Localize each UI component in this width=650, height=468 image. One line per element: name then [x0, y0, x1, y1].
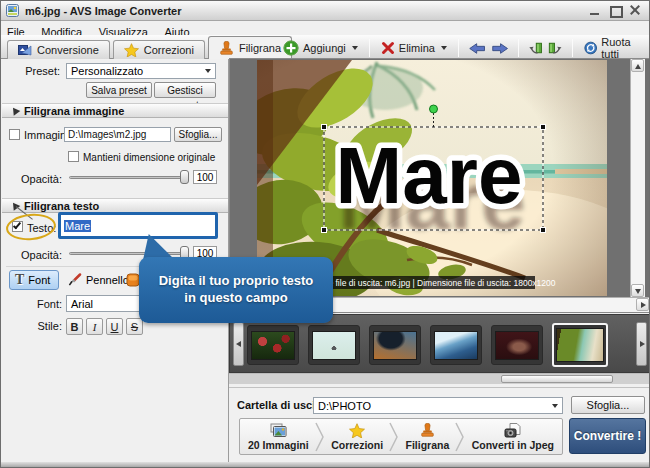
- strip-scrollbar[interactable]: [229, 373, 650, 384]
- window-title: m6.jpg - AVS Image Converter: [25, 1, 181, 21]
- app-window: m6.jpg - AVS Image Converter File Modifi…: [0, 0, 650, 468]
- brush-icon: [68, 273, 82, 287]
- rotate-right-button[interactable]: [548, 40, 563, 56]
- app-icon: [6, 4, 19, 17]
- strip-next-button[interactable]: [636, 322, 647, 366]
- tab-filigrana[interactable]: Filigrana: [208, 36, 292, 59]
- add-icon: [283, 40, 299, 56]
- scroll-up-button[interactable]: [631, 59, 644, 72]
- tab-strip: Conversione Correzioni Filigrana: [1, 35, 649, 59]
- thumbnail-6-selected[interactable]: [552, 323, 608, 367]
- keep-size-label: Mantieni dimensione originale: [83, 152, 215, 163]
- preview-vertical-scrollbar[interactable]: [630, 59, 645, 297]
- output-browse-button[interactable]: Sfoglia...: [571, 396, 645, 414]
- thumbnail-2[interactable]: [308, 325, 360, 365]
- delete-button[interactable]: Elimina: [379, 41, 449, 55]
- strip-scrollbar-thumb[interactable]: [501, 375, 613, 383]
- title-bar: m6.jpg - AVS Image Converter: [1, 1, 649, 21]
- add-dropdown-caret[interactable]: [352, 46, 358, 50]
- slider-thumb[interactable]: [180, 170, 189, 184]
- chevron-separator: [315, 422, 325, 452]
- menu-bar: File Modifica Visualizza Aiuto: [1, 22, 649, 35]
- italic-button[interactable]: I: [86, 318, 103, 335]
- bold-button[interactable]: B: [66, 318, 83, 335]
- thumbnail-4[interactable]: [430, 325, 482, 365]
- rotate-all-icon: [584, 40, 597, 56]
- preset-label: Preset:: [2, 65, 60, 77]
- window-bottom-edge: [1, 462, 649, 467]
- thumbnail-1[interactable]: [247, 325, 299, 365]
- step-convert-format[interactable]: Converti in Jpeg: [468, 423, 558, 451]
- image-opacity-value[interactable]: 100: [193, 170, 217, 184]
- output-status-overlay: Nome file di uscita: m6.jpg | Dimensione…: [310, 276, 555, 289]
- images-icon: [269, 423, 287, 438]
- rotate-all-button[interactable]: Ruota tutti: [582, 36, 650, 60]
- divider: [229, 387, 650, 388]
- next-image-button[interactable]: [491, 41, 509, 56]
- chevron-separator: [455, 422, 465, 452]
- watermark-text: Mare: [336, 131, 523, 220]
- image-opacity-slider[interactable]: [69, 170, 188, 185]
- strikethrough-button[interactable]: S: [126, 318, 143, 335]
- conversion-icon: [18, 44, 32, 56]
- step-corrections[interactable]: Correzioni: [327, 423, 387, 451]
- save-preset-button[interactable]: Salva preset: [86, 82, 152, 98]
- previous-image-button[interactable]: [468, 41, 486, 56]
- output-folder-select[interactable]: D:\PHOTO: [313, 397, 563, 414]
- star-icon: [349, 423, 365, 438]
- thumbnail-5[interactable]: [491, 325, 543, 365]
- output-status-text: Nome file di uscita: m6.jpg | Dimensione…: [310, 278, 555, 288]
- stamp-icon: [420, 423, 435, 438]
- resize-handle[interactable]: [322, 228, 327, 233]
- highlight-ellipse: [5, 212, 57, 242]
- rotate-left-button[interactable]: [528, 40, 543, 56]
- image-browse-button[interactable]: Sfoglia...: [174, 127, 222, 142]
- keep-size-checkbox[interactable]: [68, 151, 79, 162]
- tab-conversione[interactable]: Conversione: [7, 40, 110, 59]
- tab-correzioni[interactable]: Correzioni: [113, 40, 205, 59]
- step-images[interactable]: 20 Immagini: [244, 423, 313, 451]
- scroll-down-button[interactable]: [631, 284, 644, 297]
- jpeg-camera-icon: [504, 423, 521, 438]
- close-button[interactable]: [627, 4, 643, 17]
- convert-button[interactable]: Convertire !: [569, 418, 646, 454]
- orange-square-icon: [126, 273, 140, 287]
- collapse-triangle-icon: [10, 105, 21, 115]
- underline-button[interactable]: U: [106, 318, 123, 335]
- delete-dropdown-caret[interactable]: [441, 46, 447, 50]
- resize-handle[interactable]: [541, 125, 546, 130]
- resize-handle[interactable]: [541, 228, 546, 233]
- resize-handle[interactable]: [322, 125, 327, 130]
- delete-icon: [381, 41, 395, 55]
- preset-select[interactable]: Personalizzato: [66, 63, 216, 79]
- style-label: Stile:: [2, 320, 62, 332]
- text-watermark-section-header[interactable]: Filigrana testo: [2, 198, 228, 213]
- image-path-field[interactable]: D:\Images\m2.jpg: [64, 127, 171, 142]
- step-watermark[interactable]: Filigrana: [402, 423, 454, 451]
- minimize-button[interactable]: [587, 4, 603, 17]
- toolbar: Aggiungi Elimina: [281, 39, 650, 57]
- maximize-button[interactable]: [607, 4, 623, 17]
- stamp-icon: [219, 41, 234, 56]
- tooltip-callout: Digita il tuo proprio testo in questo ca…: [139, 257, 333, 323]
- font-tab-button[interactable]: T Font: [9, 270, 59, 290]
- workflow-steps-bar: 20 Immagini Correzioni Filigrana: [239, 418, 563, 455]
- rotate-handle[interactable]: [430, 105, 438, 113]
- image-watermark-section-header[interactable]: Filigrana immagine: [2, 103, 228, 118]
- font-T-icon: T: [15, 272, 24, 288]
- star-icon: [124, 43, 139, 57]
- strip-prev-button[interactable]: [233, 322, 244, 366]
- manage-preset-button[interactable]: Gestisci preset: [154, 82, 216, 98]
- watermark-text-input[interactable]: Mare: [58, 212, 218, 239]
- thumbnail-3[interactable]: [369, 325, 421, 365]
- chevron-separator: [389, 422, 399, 452]
- image-watermark-checkbox[interactable]: [9, 129, 20, 140]
- image-opacity-label: Opacità:: [2, 173, 62, 185]
- text-opacity-label: Opacità:: [2, 249, 62, 261]
- font-family-label: Font:: [2, 298, 62, 310]
- scroll-right-button[interactable]: [636, 298, 649, 311]
- add-button[interactable]: Aggiungi: [281, 40, 360, 56]
